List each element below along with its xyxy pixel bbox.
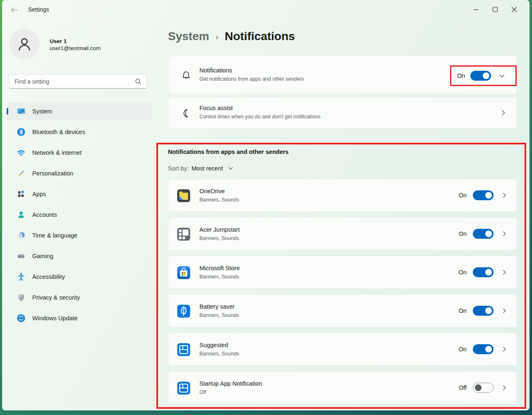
user-name: User 1 bbox=[50, 38, 67, 44]
app-row-startup-app-notification[interactable]: Startup App Notification Off Off bbox=[168, 371, 517, 404]
avatar[interactable] bbox=[9, 29, 40, 59]
sort-by-label: Sort by: bbox=[168, 165, 189, 172]
app-name: OneDrive bbox=[199, 188, 225, 194]
app-name: Microsoft Store bbox=[199, 265, 240, 271]
app-subtitle: Banners, Sounds bbox=[199, 274, 239, 280]
app-controls: On bbox=[459, 218, 508, 250]
app-toggle-label: On bbox=[459, 346, 467, 353]
app-row-suggested[interactable]: Suggested Banners, Sounds On bbox=[168, 333, 517, 366]
sidebar-item-label: Windows Update bbox=[32, 315, 78, 321]
chevron-right-icon bbox=[501, 192, 508, 199]
sidebar-item-label: Apps bbox=[32, 191, 46, 197]
app-subtitle: Banners, Sounds bbox=[199, 235, 239, 241]
privacy-security-icon bbox=[17, 293, 26, 302]
search-icon[interactable] bbox=[134, 77, 142, 87]
app-toggle[interactable] bbox=[473, 383, 494, 393]
app-name: Startup App Notification bbox=[199, 380, 262, 387]
sidebar-item-label: Accessibility bbox=[32, 273, 65, 280]
toggle-knob bbox=[483, 72, 489, 79]
sidebar-item-windows-update[interactable]: Windows Update bbox=[7, 309, 152, 327]
minimize-button[interactable] bbox=[467, 2, 486, 17]
app-row-microsoft-store[interactable]: Microsoft Store Banners, Sounds On bbox=[168, 256, 517, 289]
sidebar-item-bluetooth-devices[interactable]: Bluetooth & devices bbox=[7, 123, 152, 141]
app-toggle-label: On bbox=[459, 307, 467, 314]
app-controls: On bbox=[459, 256, 508, 288]
app-toggle-label: Off bbox=[459, 384, 467, 391]
window-title: Settings bbox=[28, 6, 49, 13]
breadcrumb-system[interactable]: System bbox=[168, 30, 209, 43]
sidebar-item-label: Gaming bbox=[32, 253, 53, 259]
sidebar-item-accessibility[interactable]: Accessibility bbox=[7, 268, 152, 286]
system-icon bbox=[17, 107, 26, 116]
app-row-battery-saver[interactable]: Battery saver Banners, Sounds On bbox=[168, 294, 517, 327]
focus-assist-card[interactable]: Focus assist Control times when you do a… bbox=[168, 97, 517, 128]
battery-saver-icon bbox=[177, 304, 191, 318]
sidebar-item-accounts[interactable]: Accounts bbox=[7, 206, 152, 224]
sort-by-dropdown[interactable]: Sort by: Most recent bbox=[168, 165, 234, 172]
sidebar-item-label: Personalization bbox=[32, 170, 73, 177]
toggle-knob bbox=[485, 307, 492, 314]
sidebar-item-system[interactable]: System bbox=[7, 102, 152, 120]
chevron-right-icon bbox=[501, 346, 508, 353]
sidebar-item-label: Privacy & security bbox=[32, 294, 80, 301]
time-language-icon bbox=[17, 231, 26, 240]
highlight-box-toggle: On bbox=[450, 65, 517, 86]
sidebar-item-privacy-security[interactable]: Privacy & security bbox=[7, 288, 152, 307]
search-input[interactable] bbox=[14, 74, 130, 88]
app-name: Acer Jumpstart bbox=[199, 226, 240, 233]
accounts-icon bbox=[17, 210, 26, 219]
sidebar-item-personalization[interactable]: Personalization bbox=[7, 164, 152, 182]
notifications-card[interactable]: Notifications Get notifications from app… bbox=[168, 56, 517, 94]
acer-jumpstart-icon bbox=[177, 227, 191, 241]
title-bar: Settings bbox=[2, 0, 530, 19]
toggle-knob bbox=[475, 384, 482, 391]
chevron-right-icon bbox=[500, 109, 507, 118]
notifications-toggle[interactable] bbox=[470, 71, 491, 81]
sidebar-item-apps[interactable]: Apps bbox=[7, 185, 152, 203]
app-subtitle: Off bbox=[199, 389, 206, 395]
selected-indicator bbox=[7, 108, 8, 115]
chevron-right-icon bbox=[501, 307, 508, 314]
breadcrumb-separator-icon: › bbox=[216, 33, 218, 41]
minimize-icon bbox=[473, 7, 479, 12]
toggle-knob bbox=[485, 192, 492, 199]
app-row-onedrive[interactable]: OneDrive Banners, Sounds On bbox=[168, 179, 517, 212]
chevron-down-icon[interactable] bbox=[498, 72, 506, 80]
sidebar-item-label: Accounts bbox=[32, 211, 57, 218]
app-row-acer-jumpstart[interactable]: Acer Jumpstart Banners, Sounds On bbox=[168, 217, 517, 250]
search-box[interactable] bbox=[9, 74, 147, 89]
close-icon bbox=[511, 7, 517, 12]
focus-assist-subtitle: Control times when you do and don't get … bbox=[199, 114, 321, 120]
close-button[interactable] bbox=[505, 2, 524, 17]
focus-assist-title: Focus assist bbox=[199, 105, 233, 111]
app-toggle[interactable] bbox=[473, 267, 494, 277]
app-subtitle: Banners, Sounds bbox=[199, 351, 239, 357]
maximize-button[interactable] bbox=[486, 2, 505, 17]
sidebar-item-time-language[interactable]: Time & language bbox=[7, 226, 152, 245]
moon-icon bbox=[181, 108, 192, 121]
windows-update-icon bbox=[17, 314, 26, 323]
chevron-down-icon bbox=[227, 165, 234, 172]
sidebar-item-label: Network & internet bbox=[32, 149, 81, 156]
app-toggle[interactable] bbox=[473, 306, 494, 316]
app-toggle-label: On bbox=[459, 269, 467, 276]
sidebar-item-network-internet[interactable]: Network & internet bbox=[7, 144, 152, 162]
microsoft-store-icon bbox=[177, 266, 191, 280]
sidebar-item-gaming[interactable]: Gaming bbox=[7, 247, 152, 265]
app-toggle[interactable] bbox=[473, 344, 494, 354]
app-toggle[interactable] bbox=[473, 190, 494, 200]
suggested-icon bbox=[177, 343, 191, 357]
back-button[interactable] bbox=[9, 5, 21, 14]
page-title: Notifications bbox=[225, 30, 295, 43]
bluetooth-icon bbox=[17, 127, 26, 137]
settings-window: Settings User 1 user1@testmail.com bbox=[2, 0, 530, 410]
window-controls bbox=[467, 2, 524, 17]
app-toggle[interactable] bbox=[473, 229, 494, 239]
breadcrumb: System › Notifications bbox=[168, 30, 295, 43]
chevron-right-icon bbox=[501, 230, 508, 237]
notifications-title: Notifications bbox=[199, 67, 232, 74]
app-toggle-label: On bbox=[459, 230, 467, 237]
bell-icon bbox=[181, 70, 192, 83]
sidebar-item-label: System bbox=[32, 108, 52, 115]
onedrive-icon bbox=[177, 189, 191, 203]
